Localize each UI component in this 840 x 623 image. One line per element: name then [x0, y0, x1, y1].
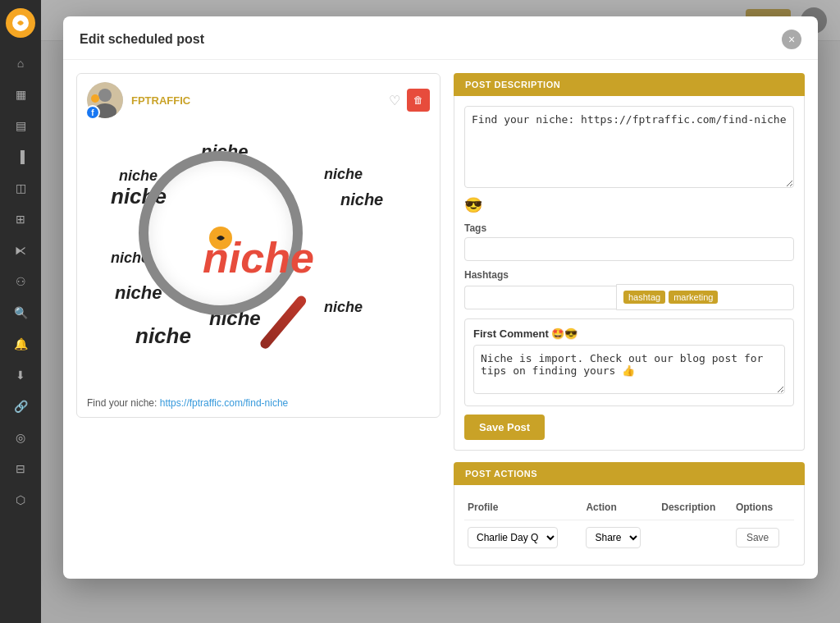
col-options: Options	[733, 495, 794, 520]
hashtags-input[interactable]	[464, 286, 616, 309]
sidebar-logo[interactable]	[6, 8, 35, 38]
modal-header: Edit scheduled post ×	[63, 16, 818, 60]
post-actions-body: Profile Action Description Options	[454, 485, 805, 566]
post-description-header: POST DESCRIPTION	[454, 73, 805, 96]
word-niche-8: niche	[324, 299, 363, 316]
post-header-actions: ♡ 🗑	[389, 89, 430, 112]
caption-link[interactable]: https://fptraffic.com/find-niche	[160, 397, 289, 409]
col-profile: Profile	[464, 495, 582, 520]
magnifier-logo	[209, 227, 232, 250]
save-post-button[interactable]: Save Post	[464, 415, 545, 440]
word-niche-5: niche	[340, 190, 383, 209]
home-icon[interactable]: ⌂	[8, 51, 33, 76]
search-icon[interactable]: 🔍	[8, 300, 33, 325]
post-caption: Find your niche: https://fptraffic.com/f…	[77, 389, 440, 417]
people-icon[interactable]: ⚇	[8, 269, 33, 294]
profile-select[interactable]: Charlie Day Q	[468, 527, 558, 548]
hashtag-tag-1[interactable]: hashtag	[623, 291, 665, 304]
niche-word-cloud: niche niche niche niche niche niche nich…	[77, 126, 440, 389]
caption-text: Find your niche:	[87, 397, 157, 409]
favorite-button[interactable]: ♡	[389, 89, 400, 112]
word-niche-7: niche	[115, 282, 162, 304]
first-comment-textarea[interactable]	[473, 345, 785, 394]
post-preview-header: f FPTRAFFIC ♡ 🗑	[77, 74, 440, 126]
main-content: TRAFFIC Help Edit scheduled post ×	[41, 0, 840, 623]
col-action: Action	[582, 495, 658, 520]
platform-badge: f	[85, 105, 100, 120]
modal-close-button[interactable]: ×	[782, 30, 801, 49]
modal-body: f FPTRAFFIC ♡ 🗑 ✏ Edit Image	[63, 60, 818, 579]
link-icon[interactable]: 🔗	[8, 394, 33, 419]
actions-table-header-row: Profile Action Description Options	[464, 495, 794, 520]
word-niche-10: niche	[135, 323, 191, 349]
options-cell: Save	[733, 520, 794, 556]
post-description-body: 😎 Tags Hashtags hashtag marketing	[454, 96, 805, 451]
action-save-button[interactable]: Save	[736, 528, 779, 547]
action-cell: Share	[582, 520, 658, 556]
post-description-section: POST DESCRIPTION 😎 Tags Hashtags hashtag	[454, 73, 805, 451]
rss-icon[interactable]: ◎	[8, 425, 33, 450]
hashtag-tag-2[interactable]: marketing	[669, 291, 718, 304]
post-actions-section: POST ACTIONS Profile Action Description …	[454, 462, 805, 566]
dashboard-icon[interactable]: ▦	[8, 82, 33, 107]
first-comment-label: First Comment 🤩😎	[473, 328, 785, 340]
word-cloud-container: niche niche niche niche niche niche nich…	[103, 135, 414, 381]
col-description: Description	[658, 495, 733, 520]
word-niche-2: niche	[119, 167, 158, 185]
tags-label: Tags	[464, 222, 794, 234]
folder-icon[interactable]: ◫	[8, 176, 33, 200]
filter-icon[interactable]: ⧔	[8, 238, 33, 263]
chart-icon[interactable]: ▐	[8, 144, 33, 169]
edit-post-modal: Edit scheduled post ×	[63, 16, 818, 579]
action-select[interactable]: Share	[586, 527, 641, 548]
hashtag-tags-container: hashtag marketing	[616, 284, 794, 310]
svg-point-2	[98, 89, 112, 102]
word-niche-4: niche	[324, 166, 363, 183]
delete-button[interactable]: 🗑	[407, 89, 430, 112]
avatar-container: f	[87, 82, 123, 118]
left-panel: f FPTRAFFIC ♡ 🗑 ✏ Edit Image	[76, 73, 454, 566]
shield-icon[interactable]: ⬡	[8, 488, 33, 512]
post-preview: f FPTRAFFIC ♡ 🗑 ✏ Edit Image	[76, 73, 441, 418]
grid-icon[interactable]: ⊞	[8, 207, 33, 231]
description-cell	[658, 520, 733, 556]
hashtags-label: Hashtags	[464, 269, 794, 281]
first-comment-section: First Comment 🤩😎	[464, 318, 794, 406]
bell-icon[interactable]: 🔔	[8, 332, 33, 356]
post-account-name: FPTRAFFIC	[131, 94, 190, 107]
table-row: Charlie Day Q Share	[464, 520, 794, 556]
emoji-bar[interactable]: 😎	[464, 196, 794, 214]
tags-input[interactable]	[464, 237, 794, 261]
modal-title: Edit scheduled post	[80, 32, 204, 47]
post-description-textarea[interactable]	[464, 106, 794, 188]
download-icon[interactable]: ⬇	[8, 363, 33, 387]
hashtags-row: hashtag marketing	[464, 284, 794, 310]
post-actions-header: POST ACTIONS	[454, 462, 805, 485]
modal-overlay: Edit scheduled post ×	[41, 0, 840, 623]
actions-table: Profile Action Description Options	[464, 495, 794, 555]
right-panel: POST DESCRIPTION 😎 Tags Hashtags hashtag	[454, 73, 805, 566]
magnifier-handle	[258, 294, 308, 350]
table-icon[interactable]: ⊟	[8, 456, 33, 481]
profile-cell: Charlie Day Q	[464, 520, 582, 556]
svg-point-4	[91, 94, 99, 103]
calendar-icon[interactable]: ▤	[8, 113, 33, 138]
sidebar: ⌂ ▦ ▤ ▐ ◫ ⊞ ⧔ ⚇ 🔍 🔔 ⬇ 🔗 ◎ ⊟ ⬡	[0, 0, 41, 623]
image-container: ✏ Edit Image niche niche niche niche nic…	[77, 126, 440, 389]
